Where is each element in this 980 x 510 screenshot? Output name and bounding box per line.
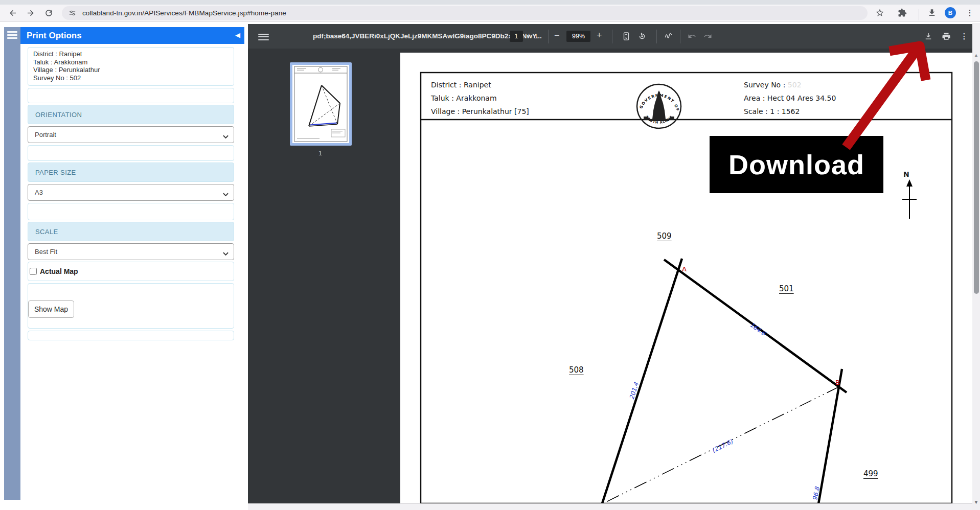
scale-value: Best Fit: [35, 248, 57, 256]
print-options-header: Print Options ◀: [20, 27, 244, 44]
survey-info-box: District : Ranipet Taluk : Arakkonam Vil…: [28, 47, 234, 86]
survey-label-499: 499: [863, 469, 878, 478]
puzzle-icon: [898, 8, 907, 17]
forward-arrow-icon: [26, 8, 35, 18]
scroll-down-arrow-icon[interactable]: ▼: [974, 500, 978, 505]
pdf-more-options-button[interactable]: ⋮: [959, 31, 970, 42]
map-drawing: GOVERNMENT OF TAMIL NADU TRUTH ALONE TRI…: [400, 53, 972, 503]
scroll-up-arrow-icon[interactable]: ▲: [974, 53, 978, 58]
vertical-scrollbar[interactable]: ▲ ▼: [972, 23, 980, 510]
pdf-document-title: pdf;base64,JVBERi0xLjQKJeLjz9MKMSAwIG9ia…: [313, 32, 542, 40]
chevron-down-icon: [223, 191, 229, 198]
reload-button[interactable]: [42, 6, 55, 19]
pdf-download-button[interactable]: [923, 31, 934, 42]
pdf-toolbar: pdf;base64,JVBERi0xLjQKJeLjz9MKMSAwIG9ia…: [248, 24, 972, 49]
doc-scale: Scale : 1 : 1562: [744, 107, 800, 115]
paper-size-label: PAPER SIZE: [35, 169, 76, 176]
toolbar-divider: [680, 30, 680, 43]
site-settings-icon[interactable]: [69, 9, 76, 17]
redo-button[interactable]: [702, 31, 713, 42]
spacer-box: [28, 203, 234, 220]
survey-label-509: 509: [657, 231, 672, 241]
doc-taluk: Taluk : Arakkonam: [431, 94, 497, 102]
orientation-value: Portrait: [35, 131, 56, 138]
star-icon: [875, 8, 884, 17]
download-icon: [927, 8, 937, 17]
doc-survey-no: Survey No : 502: [744, 81, 802, 89]
pdf-viewer: pdf;base64,JVBERi0xLjQKJeLjz9MKMSAwIG9ia…: [248, 24, 972, 510]
url-text: collabland-tn.gov.in/APIServices/FMBMapS…: [82, 9, 286, 17]
spacer-box: [28, 88, 234, 103]
downloads-button[interactable]: [925, 6, 939, 19]
pdf-print-button[interactable]: [941, 31, 952, 42]
document-page: GOVERNMENT OF TAMIL NADU TRUTH ALONE TRI…: [400, 53, 972, 503]
doc-village: Village : Perunkalathur [75]: [431, 107, 529, 115]
scale-section-header: SCALE: [28, 222, 234, 241]
orientation-section-header: ORIENTATION: [28, 105, 234, 124]
undo-button[interactable]: [687, 31, 698, 42]
pdf-menu-icon[interactable]: [258, 32, 269, 42]
toolbar-divider: [656, 30, 657, 43]
actual-map-checkbox[interactable]: [30, 268, 37, 275]
zoom-level-input[interactable]: 99%: [566, 31, 590, 42]
thumbnail-panel: 1: [248, 49, 400, 503]
paper-size-value: A3: [35, 189, 43, 196]
paper-size-select[interactable]: A3: [28, 184, 234, 201]
vertex-label-a: A: [682, 265, 687, 273]
pdf-horizontal-scrollbar[interactable]: [248, 503, 972, 510]
redo-icon: [703, 32, 712, 41]
spacer-box: [28, 145, 234, 161]
browser-menu-button[interactable]: ⋮: [963, 6, 976, 19]
show-map-button[interactable]: Show Map: [28, 300, 74, 318]
bookmark-star-button[interactable]: [873, 6, 886, 19]
sidebar-menu-icon[interactable]: [7, 30, 17, 40]
page-thumbnail[interactable]: [290, 62, 352, 146]
undo-icon: [688, 32, 697, 41]
chevron-down-icon: [223, 133, 229, 141]
scrollbar-thumb[interactable]: [974, 61, 979, 294]
toolbar-divider: [548, 30, 549, 43]
spacer-box: [28, 331, 234, 340]
address-bar[interactable]: collabland-tn.gov.in/APIServices/FMBMapS…: [62, 6, 868, 20]
doc-area: Area : Hect 04 Ares 34.50: [744, 94, 836, 102]
fit-to-page-button[interactable]: [621, 31, 632, 42]
tamil-nadu-emblem: GOVERNMENT OF TAMIL NADU TRUTH ALONE TRI…: [637, 84, 681, 128]
toolbar-divider: [612, 30, 612, 43]
profile-avatar[interactable]: B: [945, 7, 956, 18]
page-total: 1: [534, 32, 538, 40]
doc-district: District : Ranipet: [431, 81, 491, 89]
sidebar-rail: [4, 27, 20, 500]
extensions-button[interactable]: [896, 6, 909, 19]
survey-label-501: 501: [779, 284, 794, 293]
info-district: District : Ranipet: [33, 50, 229, 58]
download-icon: [924, 32, 933, 41]
draw-squiggle-icon: [664, 32, 673, 41]
compass-north-label: N: [903, 170, 909, 178]
thumbnail-page-number: 1: [318, 149, 322, 157]
collapse-panel-icon[interactable]: ◀: [235, 31, 240, 39]
thumbnail-page-preview: [292, 65, 349, 143]
vertex-label-b: B: [835, 379, 840, 386]
thumbnail-mini-map: [292, 65, 349, 143]
zoom-in-button[interactable]: +: [597, 30, 602, 41]
chevron-down-icon: [223, 250, 229, 258]
orientation-select[interactable]: Portrait: [28, 126, 234, 143]
scale-select[interactable]: Best Fit: [28, 243, 234, 260]
page-separator: /: [528, 32, 530, 40]
page-number-input[interactable]: 1: [510, 31, 523, 42]
app-root: collabland-tn.gov.in/APIServices/FMBMapS…: [0, 0, 980, 510]
scale-label: SCALE: [35, 228, 58, 236]
annotate-button[interactable]: [663, 31, 674, 42]
info-village: Village : Perunkalathur: [33, 66, 229, 74]
info-survey-no: Survey No : 502: [33, 74, 229, 82]
forward-button[interactable]: [24, 6, 37, 19]
download-annotation-label: Download: [710, 136, 883, 193]
zoom-out-button[interactable]: −: [554, 30, 560, 41]
rotate-button[interactable]: [636, 31, 648, 42]
reload-icon: [44, 8, 54, 18]
toolbar-divider: [919, 9, 919, 20]
orientation-label: ORIENTATION: [35, 111, 82, 119]
print-icon: [942, 32, 951, 41]
back-button[interactable]: [6, 6, 19, 19]
doc-survey-no-value-faded: 502: [788, 81, 802, 89]
